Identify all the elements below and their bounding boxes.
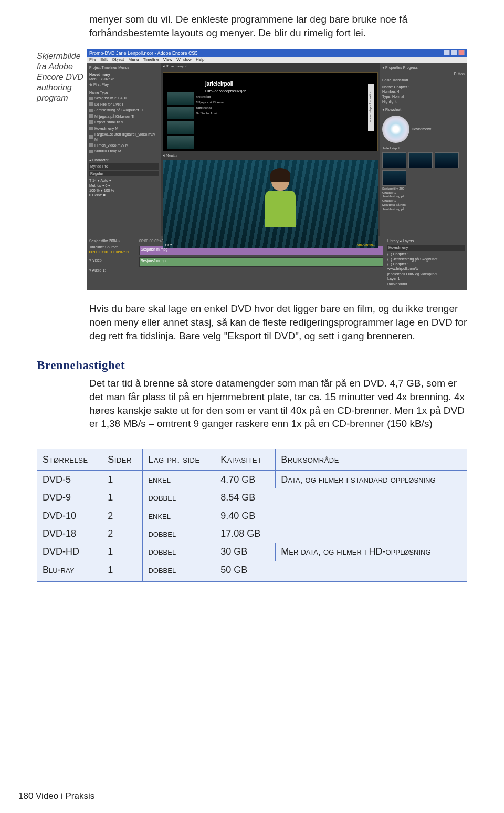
cell: enkel <box>143 507 215 525</box>
layers-tab: Library ◂ Layers <box>387 238 465 243</box>
layer-row: Layer 1 <box>387 276 465 281</box>
flow-label: Jemblestring på <box>382 195 465 199</box>
intro-paragraph: menyer som du vil. De enkleste programme… <box>89 13 467 39</box>
th-bruksomrade: Bruksområde <box>276 449 467 471</box>
table-row: DVD-HD 1 dobbel 30 GB Mer data, og filme… <box>37 543 467 560</box>
cell: 50 GB <box>215 561 276 581</box>
font-name: Myriad Pro <box>89 163 159 169</box>
disc-label: Jarle Leirpoll <box>382 146 465 150</box>
prop-tabs: Basic Transition <box>382 78 465 82</box>
figure-caption: Skjermbilde fra Adobe Encore DVD authori… <box>37 51 87 103</box>
asset-row: Filmen_video.m2v M <box>89 142 159 148</box>
flow-thumbs <box>382 152 465 186</box>
layers-head: Hovedmeny <box>387 245 465 251</box>
cell: 9.40 GB <box>215 507 276 525</box>
thumb-label: De Fire for Livet <box>196 111 225 117</box>
flow-item: Hovedmeny <box>412 127 431 131</box>
cell: DVD-10 <box>37 507 102 525</box>
paragraph-3: Det tar tid å brenne så store datamengde… <box>89 377 467 431</box>
thumb-label: Jemblestring <box>196 105 225 111</box>
size-row: T 14 ▾ Auto ▾ <box>89 178 159 183</box>
th-sider: Sider <box>102 449 143 471</box>
disc-icon <box>382 116 410 143</box>
menu-thumb <box>167 136 194 149</box>
brand-title: jarleleirpoll Film- og videoproduksjon <box>205 80 246 95</box>
cell: DVD-5 <box>37 471 102 489</box>
tl-tab: Sesjonsfilm 2004 × <box>89 238 135 243</box>
menu-object: Object <box>112 57 124 62</box>
cell: dobbel <box>143 543 215 560</box>
cell: 30 GB <box>215 543 276 560</box>
cell: 1 <box>102 488 143 506</box>
asset-row: SundiTO.bmp M <box>89 148 159 154</box>
figure-row: Skjermbilde fra Adobe Encore DVD authori… <box>37 49 467 290</box>
prop-name: Name: Chapter 1 <box>382 85 465 89</box>
cell: dobbel <box>143 488 215 506</box>
menu-timeline: Timeline <box>143 57 159 62</box>
cell: DVD-HD <box>37 543 102 560</box>
asset-row: Export_small.tif M <box>89 119 159 125</box>
cell: 8.54 GB <box>215 488 276 506</box>
tl-timecode: 00:00:07:01 00:00:07:01 <box>89 249 135 254</box>
menu-window: Window <box>176 57 191 62</box>
monitor-tab: ◂ Monitor <box>161 153 380 158</box>
right-tabs: ◂ Properties Progress <box>382 65 465 70</box>
paragraph-2: Hvis du bare skal lage en enkel DVD hvor… <box>89 302 467 342</box>
asset-row: Fargeko..st uten digitalfeil_video.m2v M <box>89 131 159 142</box>
menu-thumb <box>167 107 194 119</box>
color-row: 0 Color: ■ <box>89 193 159 197</box>
font-style: Regular <box>89 171 159 176</box>
menu-thumb <box>167 92 194 105</box>
asset-row: Sesjonsfilm 2004 Ti <box>89 95 159 101</box>
prop-type: Type: Normal <box>382 94 465 99</box>
menu-view: View <box>163 57 172 62</box>
asset-row: Hovedmeny M <box>89 126 159 131</box>
window-titlebar: Promo-DVD Jarle Leirpoll.ncor - Adobe En… <box>87 49 467 57</box>
menu-edit: Edit <box>100 57 108 62</box>
menu-file: File <box>89 57 96 62</box>
dvd-table: Størrelse Sider Lag pr. side Kapasitet B… <box>37 449 467 582</box>
flow-label: Chapter 1 <box>382 199 465 203</box>
cell: dobbel <box>143 561 215 581</box>
cell-use1: Data, og filmer i standard oppløsning <box>276 471 467 543</box>
audio-track-label: ▾ Audio 1: <box>89 268 135 273</box>
app-menubar: File Edit Object Menu Timeline View Wind… <box>87 57 467 63</box>
layer-row: jarleleirpoll Film- og videoprodu <box>387 272 465 276</box>
mid-tab: ◂ Hovedmeny × <box>161 63 380 70</box>
flow-label: Sesjonsfilm 200· <box>382 187 465 191</box>
cell-use2: Mer data, og filmer i HD-oppløsning <box>276 543 467 581</box>
menu-menu: Menu <box>129 57 139 62</box>
table-header-row: Størrelse Sider Lag pr. side Kapasitet B… <box>37 449 467 471</box>
left-header: Hovedmeny <box>89 72 159 77</box>
thumb-label: Sesjonsfilm <box>196 94 225 100</box>
timecode: 00:00:07:01 <box>357 243 375 247</box>
layer-row: www.leirpoll.com/tv <box>387 266 465 271</box>
left-tabs: Project Timelines Menus <box>89 65 159 70</box>
left-cols: Name Type <box>89 89 159 95</box>
project-panel: Project Timelines Menus Hovedmeny Menu, … <box>87 63 161 236</box>
prop-highlight: Highlight: — <box>382 99 465 104</box>
th-storrelse: Størrelse <box>37 449 102 471</box>
cell: dobbel <box>143 525 215 543</box>
window-title: Promo-DVD Jarle Leirpoll.ncor - Adobe En… <box>89 50 198 56</box>
cell: 2 <box>102 525 143 543</box>
fit-dropdown: Fit ▾ <box>165 243 172 247</box>
prop-num: Number: 4 <box>382 89 465 94</box>
layer-row: (+) Chapter 1 <box>387 262 465 266</box>
right-panel: ◂ Properties Progress Button Basic Trans… <box>380 63 467 236</box>
flow-label: Miljøgata på Kirk <box>382 203 465 207</box>
encore-screenshot: Promo-DVD Jarle Leirpoll.ncor - Adobe En… <box>87 49 467 290</box>
left-sub: Menu, 720x576 <box>89 77 159 81</box>
flowchart-tab: ◂ Flowchart <box>382 107 465 112</box>
thumb-label: Miljøgata på Kirkenær <box>196 100 225 106</box>
cell: DVD-9 <box>37 488 102 506</box>
cell: 17.08 GB <box>215 525 276 543</box>
character-panel: ◂ Character <box>89 158 159 162</box>
flow-label: Chapter 1 <box>382 191 465 195</box>
th-kapasitet: Kapasitet <box>215 449 276 471</box>
th-lag: Lag pr. side <box>143 449 215 471</box>
prop-header: Button <box>382 71 465 76</box>
menu-editor: jarleleirpoll Film- og videoproduksjon S… <box>163 72 378 151</box>
asset-row: Jemblestring på Skognuset Ti <box>89 107 159 113</box>
cell: 1 <box>102 561 143 581</box>
